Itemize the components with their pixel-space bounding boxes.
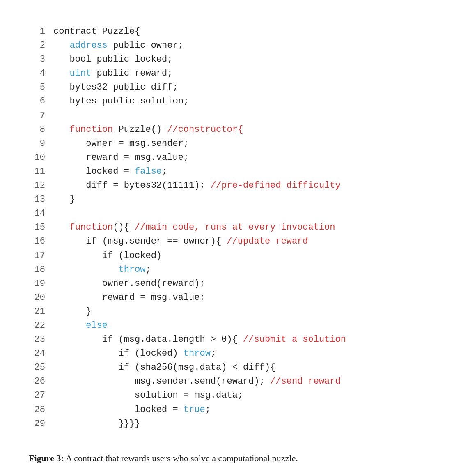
token: else <box>86 320 108 331</box>
code-line: 23 if (msg.data.length > 0){ //submit a … <box>29 333 439 347</box>
line-content: }}}} <box>53 417 140 431</box>
line-content: bool public locked; <box>53 53 172 67</box>
line-number: 21 <box>29 305 45 319</box>
token: diff = bytes32(11111); <box>53 180 211 191</box>
code-line: 16 if (msg.sender == owner){ //update re… <box>29 235 439 248</box>
code-line: 8 function Puzzle() //constructor{ <box>29 123 439 137</box>
token: //pre-defined difficulty <box>211 180 341 191</box>
token <box>53 264 118 275</box>
line-number: 15 <box>29 221 45 235</box>
caption-text: A contract that rewards users who solve … <box>64 453 298 463</box>
token: //submit a solution <box>243 334 346 345</box>
token: throw <box>118 264 145 275</box>
code-line: 7 <box>29 109 439 123</box>
token: } <box>53 194 75 205</box>
token: function <box>70 124 113 135</box>
token: owner.send(reward); <box>53 278 205 289</box>
code-line: 19 owner.send(reward); <box>29 277 439 291</box>
token: solution = msg.data; <box>53 390 243 400</box>
line-number: 7 <box>29 109 45 123</box>
code-line: 15 function(){ //main code, runs at ever… <box>29 221 439 235</box>
line-number: 26 <box>29 375 45 389</box>
token: owner = msg.sender; <box>53 138 189 149</box>
code-line: 1contract Puzzle{ <box>29 25 439 39</box>
code-line: 12 diff = bytes32(11111); //pre-defined … <box>29 179 439 193</box>
token: bytes32 public diff; <box>53 82 178 92</box>
token: Puzzle() <box>113 124 167 135</box>
line-content: if (msg.sender == owner){ //update rewar… <box>53 235 308 248</box>
code-line: 2 address public owner; <box>29 39 439 53</box>
token: msg.sender.send(reward); <box>53 376 270 386</box>
line-content: reward = msg.value; <box>53 291 205 305</box>
token: reward = msg.value; <box>53 152 189 163</box>
line-content: bytes32 public diff; <box>53 80 178 94</box>
code-line: 13 } <box>29 193 439 207</box>
token: ; <box>205 405 211 415</box>
token <box>53 320 86 331</box>
token: bool public locked; <box>53 54 172 64</box>
code-block: 1contract Puzzle{2 address public owner;… <box>25 16 443 439</box>
line-number: 20 <box>29 291 45 305</box>
line-number: 6 <box>29 94 45 108</box>
line-number: 18 <box>29 263 45 277</box>
token: //send reward <box>270 376 341 386</box>
code-line: 25 if (sha256(msg.data) < diff){ <box>29 361 439 375</box>
code-line: 4 uint public reward; <box>29 67 439 80</box>
line-content: if (sha256(msg.data) < diff){ <box>53 361 275 375</box>
line-content: diff = bytes32(11111); //pre-defined dif… <box>53 179 341 193</box>
token: //main code, runs at every invocation <box>135 222 335 232</box>
line-content: function(){ //main code, runs at every i… <box>53 221 335 235</box>
token: ; <box>162 166 167 177</box>
line-number: 27 <box>29 389 45 402</box>
code-line: 17 if (locked) <box>29 249 439 263</box>
line-number: 19 <box>29 277 45 291</box>
token: locked = <box>53 166 135 177</box>
line-number: 17 <box>29 249 45 263</box>
line-content: locked = false; <box>53 165 167 179</box>
line-content: contract Puzzle{ <box>53 25 140 39</box>
figure-caption: Figure 3: A contract that rewards users … <box>25 451 443 465</box>
line-number: 29 <box>29 417 45 431</box>
caption-label: Figure 3: <box>29 453 64 463</box>
line-number: 23 <box>29 333 45 347</box>
line-content: else <box>53 319 108 333</box>
line-content: } <box>53 193 75 207</box>
code-line: 10 reward = msg.value; <box>29 151 439 165</box>
line-number: 14 <box>29 207 45 221</box>
line-content: address public owner; <box>53 39 184 53</box>
token: throw <box>184 348 211 359</box>
code-line: 6 bytes public solution; <box>29 94 439 108</box>
token: ; <box>145 264 151 275</box>
line-number: 25 <box>29 361 45 375</box>
token <box>53 40 70 51</box>
token: if (locked) <box>53 251 162 261</box>
line-number: 1 <box>29 25 45 39</box>
line-content: uint public reward; <box>53 67 172 80</box>
code-line: 24 if (locked) throw; <box>29 347 439 361</box>
token <box>53 124 70 135</box>
token: uint <box>70 68 92 78</box>
line-number: 5 <box>29 80 45 94</box>
line-number: 16 <box>29 235 45 248</box>
token: }}}} <box>53 419 140 429</box>
code-line: 3 bool public locked; <box>29 53 439 67</box>
token: function <box>70 222 113 232</box>
line-number: 13 <box>29 193 45 207</box>
token: bytes public solution; <box>53 96 189 106</box>
line-content: if (msg.data.length > 0){ //submit a sol… <box>53 333 346 347</box>
code-line: 18 throw; <box>29 263 439 277</box>
token: (){ <box>113 222 135 232</box>
line-content: owner = msg.sender; <box>53 137 189 151</box>
line-number: 22 <box>29 319 45 333</box>
code-line: 27 solution = msg.data; <box>29 389 439 402</box>
token <box>53 68 70 78</box>
token: ; <box>211 348 216 359</box>
token: public reward; <box>91 68 172 78</box>
line-content: solution = msg.data; <box>53 389 243 402</box>
line-number: 2 <box>29 39 45 53</box>
token: //update reward <box>227 236 308 246</box>
line-content: } <box>53 305 91 319</box>
code-line: 26 msg.sender.send(reward); //send rewar… <box>29 375 439 389</box>
line-content: bytes public solution; <box>53 94 189 108</box>
token: if (locked) <box>53 348 184 359</box>
